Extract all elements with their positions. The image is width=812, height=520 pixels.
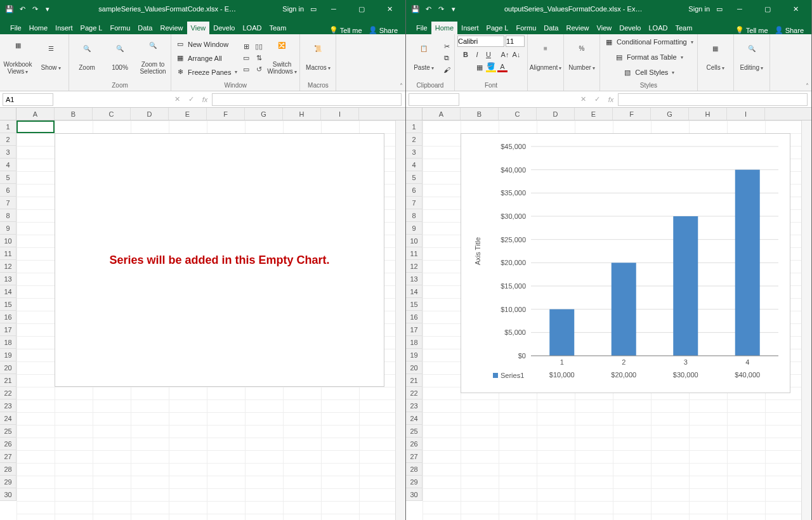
save-icon[interactable]: 💾 [5, 4, 14, 13]
tab-insert[interactable]: Insert [457, 22, 483, 34]
row-header[interactable]: 4 [406, 159, 422, 171]
row-header[interactable]: 9 [406, 222, 422, 235]
minimize-button[interactable]: ─ [323, 0, 344, 18]
collapse-ribbon-icon[interactable]: ˄ [400, 82, 403, 89]
col-header[interactable]: A [16, 108, 55, 120]
alignment-button[interactable]: ≡ Alignment▾ [530, 37, 561, 79]
row-header[interactable]: 18 [406, 336, 422, 349]
tab-view[interactable]: View [593, 22, 616, 34]
tab-insert[interactable]: Insert [51, 22, 77, 34]
cancel-icon[interactable]: ✕ [170, 95, 184, 103]
row-header[interactable]: 5 [406, 171, 422, 184]
row-header[interactable]: 25 [406, 425, 422, 438]
col-header[interactable]: C [499, 108, 537, 120]
row-header[interactable]: 5 [0, 171, 16, 184]
row-header[interactable]: 15 [406, 298, 422, 311]
row-header[interactable]: 7 [0, 197, 16, 209]
row-header[interactable]: 30 [406, 488, 422, 501]
col-header[interactable]: A [422, 108, 461, 120]
maximize-button[interactable]: ▢ [351, 0, 372, 18]
name-box[interactable] [3, 93, 53, 106]
worksheet-grid[interactable]: $0$5,000$10,000$15,000$20,000$25,000$30,… [422, 120, 811, 520]
row-header[interactable]: 1 [0, 120, 16, 133]
tab-team[interactable]: Team [671, 22, 696, 34]
split-icon[interactable]: ⊞ [241, 42, 251, 52]
col-header[interactable]: H [689, 108, 727, 120]
zoom-100-button[interactable]: 🔍 100% [105, 37, 135, 79]
workbook-views-button[interactable]: ▦ Workbook Views▾ [3, 37, 33, 79]
col-header[interactable]: I [321, 108, 359, 120]
ribbon-options-icon[interactable]: ▭ [310, 5, 317, 13]
row-header[interactable]: 16 [406, 311, 422, 323]
tab-data[interactable]: Data [540, 22, 562, 34]
sync-scroll-icon[interactable]: ⇅ [254, 53, 264, 63]
row-header[interactable]: 20 [0, 361, 16, 374]
switch-windows-button[interactable]: 🔀 SwitchWindows▾ [266, 37, 297, 79]
col-header[interactable]: G [651, 108, 689, 120]
row-header[interactable]: 3 [0, 146, 16, 159]
col-header[interactable]: H [283, 108, 321, 120]
borders-button[interactable]: ▦ [475, 62, 485, 72]
col-header[interactable]: F [613, 108, 651, 120]
tab-developer[interactable]: Develo [209, 22, 239, 34]
row-header[interactable]: 27 [0, 450, 16, 463]
font-color-button[interactable]: A [497, 62, 508, 72]
row-header[interactable]: 28 [0, 463, 16, 476]
enter-icon[interactable]: ✓ [590, 95, 604, 103]
row-header[interactable]: 2 [406, 133, 422, 146]
row-header[interactable]: 3 [406, 146, 422, 159]
col-header[interactable]: D [537, 108, 575, 120]
row-header[interactable]: 19 [0, 349, 16, 361]
row-header[interactable]: 16 [0, 311, 16, 323]
signin-link[interactable]: Sign in [688, 5, 710, 13]
ribbon-options-icon[interactable]: ▭ [716, 5, 723, 13]
row-header[interactable]: 8 [406, 209, 422, 222]
formula-input[interactable] [618, 93, 808, 106]
show-button[interactable]: ☰ Show▾ [36, 37, 66, 79]
unhide-icon[interactable]: ▭ [241, 65, 251, 75]
font-size-input[interactable] [506, 36, 525, 47]
row-header[interactable]: 1 [406, 120, 422, 133]
tab-review[interactable]: Review [157, 22, 187, 34]
row-header[interactable]: 2 [0, 133, 16, 146]
cancel-icon[interactable]: ✕ [576, 95, 590, 103]
redo-icon[interactable]: ↷ [436, 4, 445, 13]
row-header[interactable]: 28 [406, 463, 422, 476]
col-header[interactable]: B [55, 108, 93, 120]
row-header[interactable]: 23 [0, 400, 16, 412]
col-header[interactable]: E [169, 108, 207, 120]
row-header[interactable]: 26 [406, 438, 422, 450]
row-header[interactable]: 29 [0, 476, 16, 488]
row-header[interactable]: 14 [0, 285, 16, 298]
col-header[interactable]: B [461, 108, 499, 120]
qat-customize-icon[interactable]: ▾ [43, 4, 52, 13]
tellme-search[interactable]: 💡 Tell me [735, 26, 768, 34]
reset-pos-icon[interactable]: ↺ [254, 65, 264, 75]
row-header[interactable]: 17 [0, 323, 16, 336]
row-header[interactable]: 12 [0, 260, 16, 273]
tab-review[interactable]: Review [563, 22, 593, 34]
close-button[interactable]: ✕ [379, 0, 400, 18]
tab-data[interactable]: Data [134, 22, 156, 34]
fx-icon[interactable]: fx [604, 96, 618, 103]
minimize-button[interactable]: ─ [729, 0, 750, 18]
vertical-scrollbar[interactable] [395, 120, 405, 520]
row-header[interactable]: 8 [0, 209, 16, 222]
tab-view[interactable]: View [187, 22, 210, 34]
tab-file[interactable]: File [412, 22, 431, 34]
editing-button[interactable]: 🔍 Editing▾ [737, 37, 767, 79]
row-header[interactable]: 19 [406, 349, 422, 361]
freeze-panes-button[interactable]: ❄Freeze Panes▾ [174, 66, 239, 79]
row-header[interactable]: 15 [0, 298, 16, 311]
zoom-selection-button[interactable]: 🔍 Zoom toSelection [138, 37, 168, 79]
tab-pagelayout[interactable]: Page L [77, 22, 107, 34]
cell-styles-button[interactable]: ▧Cell Styles▾ [621, 66, 676, 79]
row-header[interactable]: 6 [0, 184, 16, 197]
copy-icon[interactable]: ⧉ [442, 53, 452, 63]
number-button[interactable]: % Number▾ [566, 37, 597, 79]
row-header[interactable]: 27 [406, 450, 422, 463]
cells-button[interactable]: ▦ Cells▾ [700, 37, 731, 79]
fx-icon[interactable]: fx [198, 96, 212, 103]
undo-icon[interactable]: ↶ [424, 4, 433, 13]
row-header[interactable]: 23 [406, 400, 422, 412]
